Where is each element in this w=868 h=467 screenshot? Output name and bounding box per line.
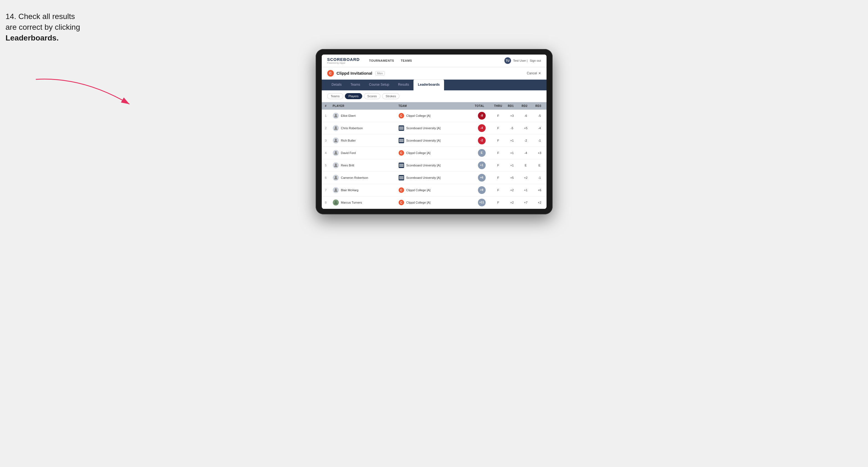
nav-tournaments[interactable]: TOURNAMENTS — [369, 58, 394, 63]
cell-thru: F — [491, 184, 505, 196]
cell-team: CClippd College [A] — [396, 147, 472, 159]
logo-text: SCOREBOARD — [327, 57, 360, 61]
cell-rd1: +2 — [505, 184, 519, 196]
cell-rd2: E — [519, 159, 533, 172]
cell-team: CClippd College [A] — [396, 196, 472, 209]
cell-thru: F — [491, 147, 505, 159]
nav-teams[interactable]: TEAMS — [401, 58, 412, 63]
cell-player: Cameron Robertson — [330, 172, 396, 184]
tab-results[interactable]: Results — [394, 80, 413, 90]
user-label: Test User | — [513, 59, 528, 62]
cell-player: Blair McHarg — [330, 184, 396, 196]
navbar: SCOREBOARD Powered by clippd TOURNAMENTS… — [322, 55, 547, 67]
cell-rd3: -4 — [533, 122, 547, 134]
cell-rank: 4 — [322, 147, 330, 159]
tab-course-setup[interactable]: Course Setup — [365, 80, 394, 90]
table-header-row: # PLAYER TEAM TOTAL THRU RD1 RD2 RD3 — [322, 102, 547, 110]
table-row: 5Rees BrittScoreboard University [A]+1F+… — [322, 159, 547, 172]
cell-thru: F — [491, 159, 505, 172]
instruction-line2: are correct by clicking — [5, 23, 80, 31]
nav-user: TU Test User | Sign out — [504, 57, 541, 64]
cancel-button[interactable]: Cancel ✕ — [527, 71, 541, 75]
leaderboard-table: # PLAYER TEAM TOTAL THRU RD1 RD2 RD3 1El… — [322, 102, 547, 209]
tournament-icon: C — [327, 70, 334, 76]
col-total: TOTAL — [472, 102, 491, 110]
tournament-header: C Clippd Invitational Men Cancel ✕ — [322, 67, 547, 80]
cell-rd2: +2 — [519, 172, 533, 184]
instruction-line1: 14. Check all results — [5, 12, 75, 21]
user-avatar: TU — [504, 57, 511, 64]
cell-rd1: +1 — [505, 159, 519, 172]
cell-player: Rich Butler — [330, 134, 396, 147]
filter-bar: Teams Players Scores Strokes — [322, 90, 547, 102]
logo-sub: Powered by clippd — [327, 62, 360, 64]
instruction-block: 14. Check all results are correct by cli… — [5, 11, 116, 43]
tab-leaderboards[interactable]: Leaderboards — [413, 80, 444, 90]
cell-player: Elliot Ebert — [330, 110, 396, 122]
cell-rd3: -1 — [533, 134, 547, 147]
cell-team: CClippd College [A] — [396, 184, 472, 196]
filter-scores[interactable]: Scores — [364, 93, 380, 99]
cell-thru: F — [491, 196, 505, 209]
cell-total: +11 — [472, 196, 491, 209]
cell-thru: F — [491, 110, 505, 122]
cell-team: CClippd College [A] — [396, 110, 472, 122]
cell-rd3: -1 — [533, 172, 547, 184]
cell-team: Scoreboard University [A] — [396, 134, 472, 147]
table-row: 8Marcus TurnersCClippd College [A]+11F+2… — [322, 196, 547, 209]
sign-out-button[interactable]: Sign out — [530, 59, 541, 62]
cell-total: -2 — [472, 134, 491, 147]
col-team: TEAM — [396, 102, 472, 110]
cell-rank: 6 — [322, 172, 330, 184]
tab-bar: Details Teams Course Setup Results Leade… — [322, 80, 547, 90]
svg-point-2 — [335, 126, 337, 128]
cell-rd1: -5 — [505, 122, 519, 134]
tab-details[interactable]: Details — [327, 80, 346, 90]
filter-players[interactable]: Players — [345, 93, 362, 99]
cell-rd2: +5 — [519, 122, 533, 134]
tournament-title: Clippd Invitational — [337, 71, 372, 75]
col-rank: # — [322, 102, 330, 110]
cell-thru: F — [491, 172, 505, 184]
logo-area: SCOREBOARD Powered by clippd — [327, 57, 360, 64]
cell-total: +9 — [472, 184, 491, 196]
cell-total: E — [472, 147, 491, 159]
cell-rd1: +2 — [505, 196, 519, 209]
cell-rd3: -5 — [533, 110, 547, 122]
col-rd2: RD2 — [519, 102, 533, 110]
cell-thru: F — [491, 122, 505, 134]
tab-teams[interactable]: Teams — [346, 80, 365, 90]
table-row: 4David FordCClippd College [A]EF+1-4+3 — [322, 147, 547, 159]
filter-strokes[interactable]: Strokes — [382, 93, 399, 99]
svg-point-1 — [335, 114, 337, 116]
cell-rd1: +3 — [505, 110, 519, 122]
svg-point-7 — [335, 188, 337, 190]
cell-team: Scoreboard University [A] — [396, 172, 472, 184]
cell-rd2: +1 — [519, 184, 533, 196]
cell-rank: 8 — [322, 196, 330, 209]
cell-player: Marcus Turners — [330, 196, 396, 209]
cell-rank: 7 — [322, 184, 330, 196]
cell-rank: 1 — [322, 110, 330, 122]
cell-player: David Ford — [330, 147, 396, 159]
cell-team: Scoreboard University [A] — [396, 122, 472, 134]
cell-total: -4 — [472, 122, 491, 134]
cell-rd2: -2 — [519, 134, 533, 147]
table-row: 2Chris RobertsonScoreboard University [A… — [322, 122, 547, 134]
cell-rank: 5 — [322, 159, 330, 172]
col-rd1: RD1 — [505, 102, 519, 110]
cell-rd3: +2 — [533, 196, 547, 209]
cell-rank: 3 — [322, 134, 330, 147]
cell-player: Chris Robertson — [330, 122, 396, 134]
tablet-screen: SCOREBOARD Powered by clippd TOURNAMENTS… — [322, 55, 547, 209]
col-thru: THRU — [491, 102, 505, 110]
cell-total: +6 — [472, 172, 491, 184]
cell-player: Rees Britt — [330, 159, 396, 172]
svg-point-3 — [335, 138, 337, 141]
cell-rd2: -6 — [519, 110, 533, 122]
col-player: PLAYER — [330, 102, 396, 110]
svg-point-6 — [335, 176, 337, 178]
table-row: 6Cameron RobertsonScoreboard University … — [322, 172, 547, 184]
cell-rd3: E — [533, 159, 547, 172]
filter-teams[interactable]: Teams — [327, 93, 343, 99]
